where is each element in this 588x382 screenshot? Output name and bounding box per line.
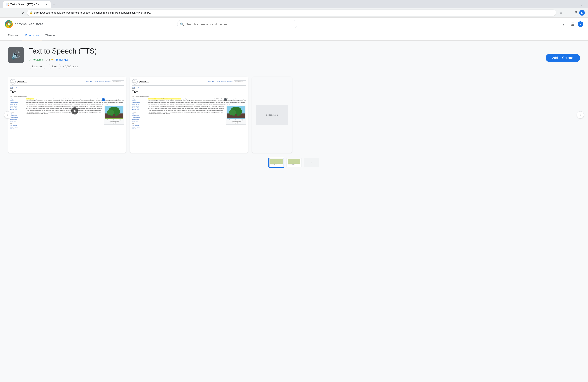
title-bar: T Text to Speech (TTS) – Chro… ✕ + ⤢ — [0, 0, 588, 8]
tts-indicator-1: 🔊 — [102, 98, 105, 101]
more-button[interactable]: ⋮ — [565, 10, 571, 16]
search-icon: 🔍 — [180, 22, 184, 26]
thumbnail-2[interactable]: Tree article with highlights — [286, 158, 302, 168]
ratings-link[interactable]: (18 ratings) — [55, 58, 68, 61]
svg-point-10 — [107, 110, 114, 115]
cws-search-input[interactable] — [177, 20, 297, 28]
screenshot-card-3: Screenshot 3 — [252, 77, 292, 153]
featured-icon: ✓ — [29, 58, 31, 61]
tts-indicator-2: 🔊 — [224, 98, 227, 101]
star-icon: ★ — [51, 58, 54, 61]
svg-point-18 — [229, 110, 236, 115]
thumbnail-3-label: 3 — [311, 162, 312, 164]
back-icon: ← — [5, 11, 8, 15]
cws-header: chrome web store 🔍 ⋮ K — [0, 18, 588, 31]
new-tab-button[interactable]: + — [51, 2, 57, 8]
bookmark-button[interactable]: ☆ — [558, 10, 564, 16]
screenshots-carousel: WWIKIPEDIA Wikipedia The Free Encycloped… — [8, 75, 580, 154]
lock-icon: 🔒 — [30, 11, 33, 14]
tab-expand-button[interactable]: ⤢ — [579, 3, 585, 8]
play-button-1[interactable]: ▶ — [71, 107, 78, 115]
cws-user-avatar[interactable]: K — [578, 21, 583, 27]
cws-nav: Discover Extensions Themes — [0, 31, 588, 40]
forward-icon: → — [13, 11, 16, 15]
bookmark-icon: ☆ — [559, 11, 562, 15]
cws-content: 🔊 Text to Speech (TTS) ✓ Featured 3.4 ★ … — [0, 40, 588, 382]
screenshot-card-2: WWIKIPEDIA Wikipedia The Free Encycloped… — [130, 77, 248, 153]
cws-header-right: ⋮ K — [560, 20, 583, 28]
chevron-left-icon: ‹ — [7, 113, 8, 117]
svg-text:WIKIPEDIA: WIKIPEDIA — [133, 82, 136, 83]
ext-tags: Extension Tools 40,000 users — [29, 64, 541, 69]
ext-rating: 3.4 ★ (18 ratings) — [46, 58, 68, 61]
thumbnail-1[interactable]: Tree article with play button — [268, 158, 284, 168]
tag-tools[interactable]: Tools — [49, 64, 61, 69]
svg-rect-19 — [235, 114, 237, 118]
tag-extension[interactable]: Extension — [29, 64, 46, 69]
ext-meta: ✓ Featured 3.4 ★ (18 ratings) — [29, 58, 541, 61]
active-tab[interactable]: T Text to Speech (TTS) – Chro… ✕ — [3, 1, 51, 8]
address-input[interactable] — [27, 10, 556, 16]
rating-value: 3.4 — [46, 58, 50, 61]
screenshot-thumbnails: Tree article with play button Tree artic… — [8, 158, 580, 168]
cws-logo-area: chrome web store — [5, 20, 43, 28]
nav-extensions[interactable]: Extensions — [22, 31, 42, 40]
nav-discover[interactable]: Discover — [5, 31, 22, 40]
tab-bar: T Text to Speech (TTS) – Chro… ✕ + ⤢ — [1, 0, 587, 8]
apps-grid-icon — [574, 11, 577, 14]
screenshots-section: WWIKIPEDIA Wikipedia The Free Encycloped… — [8, 75, 580, 154]
forward-button[interactable]: → — [11, 10, 18, 16]
svg-text:WIKIPEDIA: WIKIPEDIA — [11, 82, 14, 83]
carousel-prev-button[interactable]: ‹ — [4, 111, 11, 118]
ext-featured-badge: ✓ Featured — [29, 58, 43, 61]
ext-name: Text to Speech (TTS) — [29, 47, 541, 55]
address-bar-wrapper: 🔒 — [27, 10, 556, 16]
svg-rect-11 — [113, 114, 115, 118]
add-to-chrome-button[interactable]: Add to Chrome — [546, 54, 580, 62]
tab-title: Text to Speech (TTS) – Chro… — [10, 3, 43, 6]
cws-logo — [5, 20, 13, 28]
ext-hero: 🔊 Text to Speech (TTS) ✓ Featured 3.4 ★ … — [8, 47, 580, 69]
screenshot-card-1: WWIKIPEDIA Wikipedia The Free Encycloped… — [8, 77, 126, 153]
thumbnail-3[interactable]: 3 — [304, 158, 320, 168]
cws-more-button[interactable]: ⋮ — [560, 20, 567, 28]
cws-title: chrome web store — [15, 22, 43, 26]
more-vertical-icon: ⋮ — [562, 22, 566, 27]
browser-toolbar: ← → ↻ 🔒 ☆ ⋮ K — [0, 8, 588, 18]
svg-text:W: W — [12, 80, 13, 81]
speaker-icon: 🔊 — [11, 50, 21, 60]
reload-button[interactable]: ↻ — [19, 10, 26, 16]
cws-apps-grid-icon — [571, 22, 574, 26]
apps-grid-button[interactable] — [572, 10, 578, 16]
tab-favicon: T — [6, 3, 9, 6]
nav-themes[interactable]: Themes — [42, 31, 59, 40]
screenshot-placeholder-3: Screenshot 3 — [256, 105, 288, 125]
ext-info: Text to Speech (TTS) ✓ Featured 3.4 ★ (1… — [29, 47, 541, 69]
svg-text:W: W — [134, 80, 135, 81]
ext-icon: 🔊 — [8, 47, 24, 63]
toolbar-right: ☆ ⋮ K — [558, 10, 585, 16]
cws-apps-button[interactable] — [569, 20, 576, 28]
featured-label: Featured — [33, 58, 43, 61]
chevron-right-icon: › — [580, 113, 581, 117]
tab-close-button[interactable]: ✕ — [45, 3, 48, 6]
cws-search-area: 🔍 — [177, 20, 297, 28]
svg-point-3 — [8, 23, 10, 25]
svg-text:T: T — [7, 4, 8, 6]
browser-frame: T Text to Speech (TTS) – Chro… ✕ + ⤢ ← →… — [0, 0, 588, 18]
back-button[interactable]: ← — [3, 10, 10, 16]
more-icon: ⋮ — [567, 11, 570, 15]
carousel-next-button[interactable]: › — [577, 111, 584, 118]
user-avatar[interactable]: K — [579, 10, 585, 16]
reload-icon: ↻ — [21, 11, 24, 15]
ext-user-count: 40,000 users — [63, 65, 78, 68]
